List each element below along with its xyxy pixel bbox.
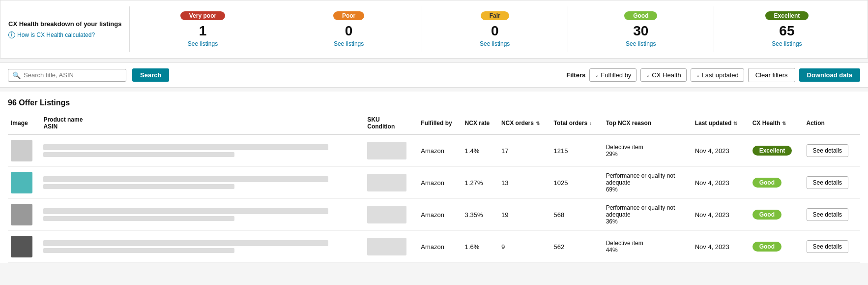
how-calculated-link[interactable]: i How is CX Health calculated?	[8, 32, 129, 38]
col-fulfilled-by: Fulfilled by	[418, 112, 462, 134]
see-listings-very-poor[interactable]: See listings	[188, 40, 218, 47]
health-card-fair: Fair 0 See listings	[422, 6, 568, 52]
cell-top-ncx-reason: Defective item29%	[603, 134, 692, 167]
filters-label: Filters	[566, 71, 585, 79]
cell-product-name	[40, 167, 364, 199]
sort-total-orders-icon[interactable]: ↓	[589, 121, 592, 126]
chevron-down-icon: ⌄	[595, 72, 599, 78]
cell-fulfilled-by: Amazon	[418, 167, 462, 199]
col-ncx-orders: NCX orders ⇅	[498, 112, 551, 134]
health-breakdown-section: CX Health breakdown of your listings i H…	[0, 0, 868, 59]
cell-sku-condition	[364, 199, 418, 231]
cell-sku-condition	[364, 167, 418, 199]
badge-excellent: Excellent	[765, 11, 809, 20]
col-last-updated: Last updated ⇅	[692, 112, 750, 134]
see-listings-fair[interactable]: See listings	[480, 40, 510, 47]
badge-good: Good	[624, 11, 657, 20]
col-ncx-rate: NCX rate	[462, 112, 498, 134]
col-sku-condition: SKU Condition	[364, 112, 418, 134]
product-name-text	[43, 144, 328, 150]
col-image: Image	[8, 112, 40, 134]
sort-cx-health-icon[interactable]: ⇅	[782, 121, 786, 126]
cx-health-badge: Excellent	[752, 146, 792, 156]
chevron-down-icon-2: ⌄	[646, 72, 650, 78]
search-button[interactable]: Search	[132, 68, 169, 82]
product-name-text	[43, 176, 328, 182]
product-asin-text	[43, 184, 234, 189]
download-data-button[interactable]: Download data	[799, 68, 860, 82]
cell-ncx-rate: 3.35%	[462, 199, 498, 231]
cell-top-ncx-reason: Defective item44%	[603, 231, 692, 263]
cell-total-orders: 1215	[551, 134, 603, 167]
sku-placeholder	[367, 142, 406, 159]
table-row: Amazon 1.4% 17 1215 Defective item29% No…	[8, 134, 860, 167]
see-details-button[interactable]: See details	[807, 144, 848, 157]
table-row: Amazon 1.27% 13 1025 Performance or qual…	[8, 167, 860, 199]
cell-cx-health: Good	[750, 231, 804, 263]
fulfilled-by-filter[interactable]: ⌄ Fulfilled by	[589, 68, 637, 82]
sort-ncx-orders-icon[interactable]: ⇅	[536, 121, 540, 126]
cell-last-updated: Nov 4, 2023	[692, 231, 750, 263]
sku-placeholder	[367, 174, 406, 191]
cell-total-orders: 562	[551, 231, 603, 263]
cx-health-badge: Good	[752, 210, 781, 220]
health-card-very-poor: Very poor 1 See listings	[129, 6, 275, 52]
product-image	[11, 236, 32, 257]
col-top-ncx-reason: Top NCX reason	[603, 112, 692, 134]
cell-image	[8, 199, 40, 231]
cell-image	[8, 134, 40, 167]
cell-fulfilled-by: Amazon	[418, 199, 462, 231]
health-title: CX Health breakdown of your listings	[8, 20, 129, 28]
see-details-button[interactable]: See details	[807, 208, 848, 221]
col-product-name: Product name ASIN	[40, 112, 364, 134]
cell-sku-condition	[364, 231, 418, 263]
see-listings-excellent[interactable]: See listings	[772, 40, 802, 47]
see-listings-good[interactable]: See listings	[626, 40, 656, 47]
listings-count: 96 Offer Listings	[8, 92, 860, 112]
cell-ncx-rate: 1.27%	[462, 167, 498, 199]
cell-ncx-orders: 13	[498, 167, 551, 199]
count-poor: 0	[288, 23, 410, 39]
cell-sku-condition	[364, 134, 418, 167]
sort-last-updated-icon[interactable]: ⇅	[733, 121, 737, 126]
count-fair: 0	[434, 23, 556, 39]
cell-image	[8, 167, 40, 199]
badge-very-poor: Very poor	[180, 11, 225, 20]
listings-section: 96 Offer Listings Image Product name ASI…	[0, 92, 868, 263]
product-name-text	[43, 240, 328, 246]
product-asin-text	[43, 248, 234, 253]
see-details-button[interactable]: See details	[807, 176, 848, 189]
cell-ncx-orders: 19	[498, 199, 551, 231]
cell-action: See details	[804, 199, 860, 231]
search-input[interactable]	[24, 71, 122, 79]
health-cards: Very poor 1 See listings Poor 0 See list…	[129, 6, 860, 52]
listings-table: Image Product name ASIN SKU Condition Fu…	[8, 112, 860, 263]
cell-fulfilled-by: Amazon	[418, 231, 462, 263]
cell-ncx-rate: 1.4%	[462, 134, 498, 167]
cell-product-name	[40, 199, 364, 231]
see-details-button[interactable]: See details	[807, 240, 848, 253]
product-image	[11, 204, 32, 225]
cell-top-ncx-reason: Performance or quality notadequate69%	[603, 167, 692, 199]
cell-last-updated: Nov 4, 2023	[692, 134, 750, 167]
last-updated-filter[interactable]: ⌄ Last updated	[691, 68, 744, 82]
col-action: Action	[804, 112, 860, 134]
product-image	[11, 140, 32, 161]
count-good: 30	[580, 23, 702, 39]
sku-placeholder	[367, 206, 406, 223]
cell-product-name	[40, 231, 364, 263]
how-calculated-label: How is CX Health calculated?	[17, 32, 95, 38]
sku-placeholder	[367, 238, 406, 255]
cx-health-filter[interactable]: ⌄ CX Health	[640, 68, 686, 82]
badge-poor: Poor	[333, 11, 364, 20]
cell-total-orders: 1025	[551, 167, 603, 199]
see-listings-poor[interactable]: See listings	[334, 40, 364, 47]
cell-product-name	[40, 134, 364, 167]
table-row: Amazon 1.6% 9 562 Defective item44% Nov …	[8, 231, 860, 263]
search-filter-bar: 🔍 Search Filters ⌄ Fulfilled by ⌄ CX Hea…	[0, 63, 868, 88]
product-image	[11, 172, 32, 193]
health-card-poor: Poor 0 See listings	[276, 6, 422, 52]
health-card-excellent: Excellent 65 See listings	[714, 6, 860, 52]
count-excellent: 65	[726, 23, 848, 39]
clear-filters-button[interactable]: Clear filters	[748, 68, 795, 82]
